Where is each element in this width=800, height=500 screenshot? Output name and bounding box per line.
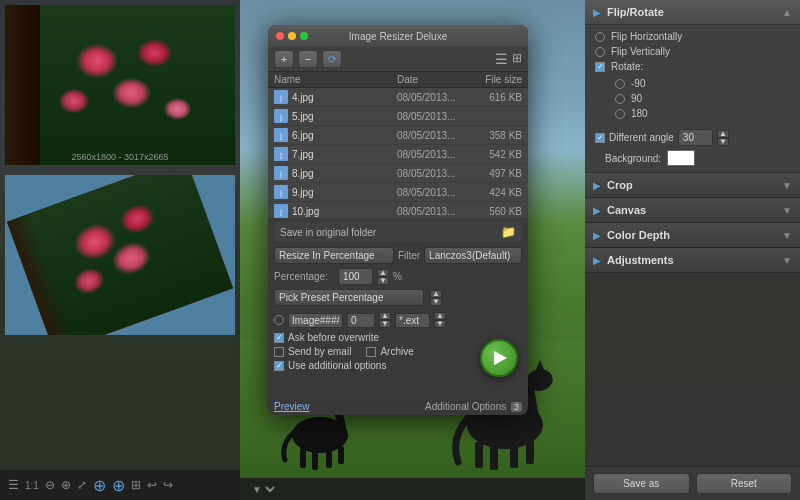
status-bar: ▼ [240, 478, 585, 500]
rotate-180-radio[interactable] [615, 109, 625, 119]
send-email-checkbox[interactable] [274, 347, 284, 357]
save-folder-label: Save in original folder [280, 227, 497, 238]
flip-rotate-title: Flip/Rotate [607, 6, 782, 18]
flip-v-radio[interactable] [595, 47, 605, 57]
file-name: 6.jpg [292, 130, 397, 141]
additional-options-tab[interactable]: Additional Options 3 [425, 401, 522, 412]
maximize-button[interactable] [300, 32, 308, 40]
rotate-neg90-radio[interactable] [615, 79, 625, 89]
ext-stepper: ▲ ▼ [434, 312, 446, 328]
file-date: 08/05/2013... [397, 92, 467, 103]
save-as-button[interactable]: Save as [593, 473, 690, 494]
undo-icon[interactable]: ↩ [147, 478, 157, 492]
file-row[interactable]: j 5.jpg 08/05/2013... [268, 107, 528, 126]
minimize-button[interactable] [288, 32, 296, 40]
angle-down[interactable]: ▼ [717, 138, 729, 146]
canvas-chevron: ▼ [782, 205, 792, 216]
ask-overwrite-checkbox[interactable] [274, 333, 284, 343]
preview-dimensions: 2560x1800 - 3017x2665 [5, 152, 235, 162]
canvas-section[interactable]: ▶ Canvas ▼ [585, 198, 800, 223]
percentage-input[interactable] [338, 268, 373, 285]
redo-icon[interactable]: ↪ [163, 478, 173, 492]
archive-checkbox[interactable] [366, 347, 376, 357]
left-toolbar: ☰ 1:1 ⊖ ⊕ ⤢ ⊕ ⊕ ⊞ ↩ ↪ [0, 470, 240, 500]
diff-angle-checkbox[interactable] [595, 133, 605, 143]
rotate-90-radio[interactable] [615, 94, 625, 104]
flip-rotate-arrow: ▶ [593, 7, 601, 18]
add-file-button[interactable]: + [274, 50, 294, 68]
status-dropdown[interactable]: ▼ [248, 483, 278, 496]
zoom-in-icon[interactable]: ⊕ [61, 478, 71, 492]
angle-input[interactable] [678, 129, 713, 146]
file-icon: j [274, 109, 288, 123]
run-button[interactable] [480, 339, 518, 377]
additional-count: 3 [511, 402, 522, 412]
file-size: 358 KB [467, 130, 522, 141]
remove-file-button[interactable]: − [298, 50, 318, 68]
svg-rect-17 [526, 440, 534, 464]
crop-section[interactable]: ▶ Crop ▼ [585, 173, 800, 198]
rotate-checkbox[interactable] [595, 62, 605, 72]
refresh-button[interactable]: ⟳ [322, 50, 342, 68]
file-name: 5.jpg [292, 111, 397, 122]
filter-select[interactable]: Lanczos3(Default) [424, 247, 522, 264]
flip-rotate-header[interactable]: ▶ Flip/Rotate ▲ [585, 0, 800, 25]
num-stepper-down[interactable]: ▼ [379, 320, 391, 328]
rotate-options: -90 90 180 [595, 76, 790, 125]
flip-rotate-chevron: ▲ [782, 7, 792, 18]
ext-stepper-down[interactable]: ▼ [434, 320, 446, 328]
filename-number-input[interactable] [347, 313, 375, 328]
flip-h-radio[interactable] [595, 32, 605, 42]
archive-row: Archive [366, 346, 413, 357]
close-button[interactable] [276, 32, 284, 40]
file-row[interactable]: j 6.jpg 08/05/2013... 358 KB [268, 126, 528, 145]
list-icon[interactable]: ☰ [8, 478, 19, 492]
preset-stepper-down[interactable]: ▼ [430, 298, 442, 306]
stepper-down[interactable]: ▼ [377, 277, 389, 285]
grid-view-icon[interactable]: ⊞ [512, 51, 522, 67]
col-size-header: File size [467, 74, 522, 85]
percentage-row: Percentage: ▲ ▼ % [274, 268, 522, 285]
preview-tab[interactable]: Preview [274, 401, 310, 412]
menu-icon[interactable]: ☰ [495, 51, 508, 67]
adjustments-title: Adjustments [607, 254, 782, 266]
extension-input[interactable] [395, 313, 430, 328]
file-row[interactable]: j 9.jpg 08/05/2013... 424 KB [268, 183, 528, 202]
file-icon: j [274, 185, 288, 199]
file-name: 9.jpg [292, 187, 397, 198]
reset-button[interactable]: Reset [696, 473, 793, 494]
radio-filename[interactable] [274, 315, 284, 325]
color-depth-section[interactable]: ▶ Color Depth ▼ [585, 223, 800, 248]
rotate-neg90-row: -90 [615, 78, 790, 89]
bottom-tab-row: Preview Additional Options 3 [268, 398, 528, 415]
svg-rect-14 [475, 442, 483, 468]
browse-folder-button[interactable]: 📁 [501, 225, 516, 239]
use-additional-checkbox[interactable] [274, 361, 284, 371]
preset-row: Pick Preset Percentage ▲ ▼ [274, 289, 522, 306]
play-icon [494, 351, 507, 365]
grid-icon[interactable]: ⊞ [131, 478, 141, 492]
background-color-swatch[interactable] [667, 150, 695, 166]
file-row[interactable]: j 4.jpg 08/05/2013... 616 KB [268, 88, 528, 107]
add-icon2[interactable]: ⊕ [112, 476, 125, 495]
zoom-out-icon[interactable]: ⊖ [45, 478, 55, 492]
filename-prefix-input[interactable] [288, 313, 343, 328]
fit-icon[interactable]: ⤢ [77, 478, 87, 492]
file-row[interactable]: j 10.jpg 08/05/2013... 560 KB [268, 202, 528, 218]
archive-label: Archive [380, 346, 413, 357]
use-additional-label: Use additional options [288, 360, 386, 371]
file-date: 08/05/2013... [397, 130, 467, 141]
svg-marker-13 [536, 360, 544, 370]
file-size: 542 KB [467, 149, 522, 160]
flip-v-row: Flip Vertically [595, 46, 790, 57]
preset-select[interactable]: Pick Preset Percentage [274, 289, 424, 306]
window-title: Image Resizer Deluxe [349, 31, 447, 42]
file-size: 560 KB [467, 206, 522, 217]
adjustments-section[interactable]: ▶ Adjustments ▼ [585, 248, 800, 273]
add-icon1[interactable]: ⊕ [93, 476, 106, 495]
file-date: 08/05/2013... [397, 111, 467, 122]
file-row[interactable]: j 8.jpg 08/05/2013... 497 KB [268, 164, 528, 183]
file-row[interactable]: j 7.jpg 08/05/2013... 542 KB [268, 145, 528, 164]
file-list: j 4.jpg 08/05/2013... 616 KB j 5.jpg 08/… [268, 88, 528, 218]
resize-method-select[interactable]: Resize In Percentage [274, 247, 394, 264]
